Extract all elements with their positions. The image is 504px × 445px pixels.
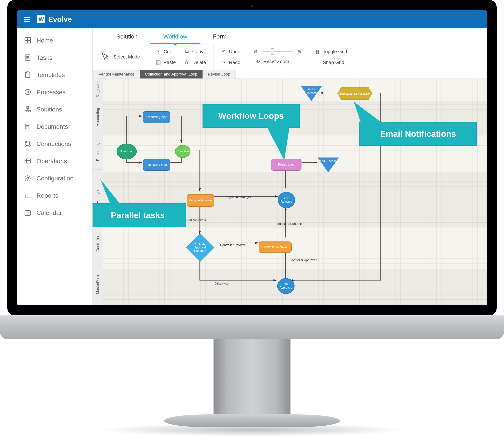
node-approval-email[interactable]: Approval Email Notification (337, 88, 372, 100)
toggle-grid-button[interactable]: ▦Toggle Grid (311, 47, 350, 56)
hamburger-icon (23, 15, 31, 23)
sidebar-item-label: Processes (36, 89, 66, 96)
sidebar-item-label: Configuration (36, 175, 73, 182)
copy-icon: ⧉ (184, 49, 190, 54)
tasks-icon (24, 54, 32, 62)
sidebar-item-operations[interactable]: Operations (18, 152, 92, 170)
menu-button[interactable] (23, 15, 32, 24)
paste-icon: 📋 (156, 60, 161, 65)
lane-controller: Controller (92, 223, 103, 264)
svg-rect-4 (28, 37, 30, 40)
sidebar-item-home[interactable]: Home (18, 32, 92, 49)
node-start-loop[interactable]: Start Loop (117, 144, 137, 159)
svg-rect-19 (25, 210, 30, 215)
end-approved-label: End - Approved (302, 88, 321, 94)
select-mode-label: Select Mode (113, 54, 140, 60)
callout-workflow-loops: Workflow Loops (202, 104, 300, 128)
sec-tab-collection[interactable]: Collection and Approval Loop (140, 70, 203, 78)
toggle-grid-label: Toggle Grid (323, 49, 347, 55)
sidebar-item-solutions[interactable]: Solutions (18, 101, 92, 118)
node-controller-approval[interactable]: Controller Approval (259, 241, 292, 253)
reset-zoom-button[interactable]: ⟲Reset Zoom (252, 57, 303, 66)
cut-button[interactable]: ✂Cut (152, 47, 179, 56)
templates-icon (24, 71, 32, 79)
reports-icon (24, 191, 32, 200)
toolbar: Select Mode ✂Cut 📋Paste ⧉Copy 🗑Delete (92, 44, 486, 70)
node-or-approved[interactable]: OR Approved (277, 278, 294, 294)
sidebar-item-processes[interactable]: Processes (18, 83, 92, 101)
lane-originator: Originator (92, 79, 103, 100)
edge-controller-approved: Controller Approved (290, 258, 317, 262)
workflow-canvas[interactable]: Start Loop Accounting Input Purchasing I… (103, 79, 486, 305)
zoom-in-button[interactable]: ⊕ (295, 48, 303, 55)
node-manager-approval[interactable]: Manager Approval (187, 194, 214, 207)
paste-label: Paste (164, 60, 176, 65)
reset-zoom-label: Reset Zoom (263, 59, 289, 64)
edge-controller-review: Controller Review (220, 243, 245, 247)
sidebar-item-connections[interactable]: Connections (18, 135, 92, 152)
zoom-out-button[interactable]: ⊖ (252, 48, 259, 55)
copy-button[interactable]: ⧉Copy (181, 47, 209, 56)
svg-rect-6 (28, 41, 30, 43)
grid-icon: ▦ (315, 49, 320, 54)
zoom-slider[interactable] (263, 51, 292, 52)
sidebar-item-calendar[interactable]: Calendar (18, 204, 92, 221)
sidebar-item-tasks[interactable]: Tasks (18, 49, 92, 66)
delete-button[interactable]: 🗑Delete (181, 58, 209, 67)
node-controller-needed[interactable]: Controller Approval Needed? (186, 233, 215, 262)
brand-title: Evolve (48, 15, 72, 23)
edge-rejected-manager: Rejected Manager (226, 195, 251, 199)
redo-button[interactable]: ↷Redo (217, 58, 244, 67)
sec-tab-vendor[interactable]: VendorMaintenance (93, 70, 140, 78)
callout-email-notifications: Email Notifications (360, 122, 477, 146)
sidebar-item-label: Tasks (36, 54, 53, 61)
node-accounting-input[interactable]: Accounting Input (143, 111, 170, 123)
undo-button[interactable]: ↶Undo (217, 47, 244, 56)
snap-icon: ⌗ (315, 60, 320, 65)
svg-point-14 (29, 141, 30, 143)
zoom-thumb[interactable] (271, 48, 274, 55)
tab-workflow[interactable]: Workflow (150, 28, 200, 44)
sidebar-item-configuration[interactable]: Configuration (18, 170, 92, 187)
sidebar-item-label: Reports (36, 192, 58, 199)
edge-rejected-controller: Rejected Controller (277, 222, 304, 226)
lane-accounting: Accounting (92, 100, 103, 134)
documents-icon (24, 123, 32, 130)
node-revise-loop[interactable]: Revise Loop (271, 159, 302, 171)
node-purchasing-input[interactable]: Purchasing Input (143, 159, 170, 171)
svg-rect-17 (25, 159, 30, 163)
svg-point-16 (29, 145, 30, 146)
cursor-icon (101, 52, 110, 62)
tab-solution[interactable]: Solution (104, 28, 150, 44)
sidebar-item-reports[interactable]: Reports (18, 187, 92, 204)
select-mode-button[interactable]: Select Mode (97, 50, 144, 64)
delete-label: Delete (192, 60, 206, 65)
connections-icon (24, 140, 32, 148)
sidebar-item-label: Calendar (36, 209, 62, 216)
end-revised-label: End- Revised (319, 159, 337, 163)
svg-point-15 (25, 145, 27, 146)
topbar: W Evolve (18, 10, 486, 28)
callout-parallel-tasks: Parallel tasks (92, 203, 186, 227)
redo-label: Redo (229, 60, 240, 65)
svg-point-18 (27, 177, 29, 179)
sidebar-item-templates[interactable]: Templates (18, 66, 92, 83)
snap-grid-button[interactable]: ⌗Snap Grid (311, 58, 350, 67)
svg-point-13 (25, 141, 27, 143)
operations-icon (24, 157, 32, 165)
svg-rect-5 (25, 41, 27, 43)
paste-button[interactable]: 📋Paste (152, 58, 179, 67)
node-complete[interactable]: Complete (175, 145, 190, 158)
node-or-rejected[interactable]: OR Rejected (278, 192, 295, 208)
sidebar-item-label: Home (36, 37, 53, 44)
tab-form[interactable]: Form (200, 28, 239, 44)
sidebar-item-documents[interactable]: Documents (18, 118, 92, 135)
reset-zoom-icon: ⟲ (255, 59, 261, 64)
sec-tab-revise[interactable]: Revise Loop (202, 70, 235, 78)
sidebar-item-label: Solutions (36, 106, 62, 113)
sidebar-item-label: Operations (36, 157, 67, 165)
gear-icon (24, 174, 32, 182)
cut-label: Cut (164, 49, 171, 55)
calendar-icon (24, 209, 32, 217)
copy-label: Copy (192, 49, 203, 55)
